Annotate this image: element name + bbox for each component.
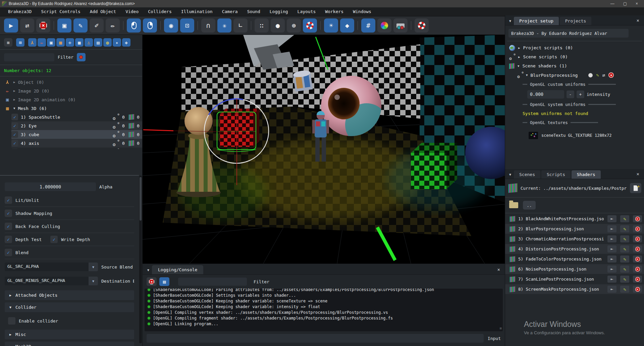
plug-button[interactable]: ✦ xyxy=(113,38,121,47)
intensity-plus-button[interactable]: + xyxy=(577,91,584,98)
back-face-culling-checkbox[interactable]: ✓ xyxy=(5,223,12,230)
tab-logging-console[interactable]: Logging/Console xyxy=(152,265,203,274)
intensity-minus-button[interactable]: - xyxy=(567,91,574,98)
sphere-button[interactable]: ● xyxy=(271,18,285,33)
collapse-icon[interactable]: ▼ xyxy=(506,19,514,25)
menu-brakeza3d[interactable]: Brakeza3D xyxy=(3,7,36,16)
delete-file-button[interactable]: × xyxy=(633,255,642,263)
light-button[interactable]: ◍ xyxy=(103,38,112,47)
tab-scripts[interactable]: Scripts xyxy=(541,170,571,179)
shader-file-row[interactable]: 8) ScreenMaskPostprocessing.json ⇤ ✎ × xyxy=(505,284,644,294)
menu-video[interactable]: Video xyxy=(121,7,143,16)
import-shader-button[interactable]: ⇤ xyxy=(607,215,616,222)
mesh-row-spaceshuttle[interactable]: ✓ 1) SpaceShuttle 0 0 xyxy=(11,113,142,121)
spiral-button[interactable]: ◉ xyxy=(164,18,178,33)
visibility-checkbox[interactable]: ✓ xyxy=(11,114,18,120)
alpha-input[interactable] xyxy=(5,182,96,191)
magnet-button[interactable]: ∩ xyxy=(201,18,215,33)
menu-add-object[interactable]: Add Object xyxy=(85,7,121,16)
delete-file-button[interactable]: × xyxy=(633,286,642,293)
menu-workers[interactable]: Workers xyxy=(320,7,348,16)
reload-shader-icon[interactable]: ⇄ xyxy=(602,72,605,78)
toggle-shader-icon[interactable] xyxy=(588,73,593,77)
sun-button[interactable]: ☀ xyxy=(324,18,338,33)
menu-layouts[interactable]: Layouts xyxy=(293,7,321,16)
import-shader-button[interactable]: ⇤ xyxy=(607,225,616,232)
mouse-right-button[interactable] xyxy=(143,18,157,33)
window-button[interactable]: ▤ xyxy=(94,38,102,47)
delete-file-button[interactable]: × xyxy=(633,235,642,242)
mouse-left-button[interactable] xyxy=(127,18,141,33)
blend-checkbox[interactable]: ✓ xyxy=(5,249,12,256)
menu-logging[interactable]: Logging xyxy=(265,7,293,16)
collider-section[interactable]: ▼ Collider xyxy=(5,302,134,312)
shadow-mapping-checkbox[interactable]: ✓ xyxy=(5,210,12,217)
mesh3d-section[interactable]: ▶ Mesh3D xyxy=(5,342,134,346)
mesh-row-stairs[interactable]: ✓ 5) Stairs 0 0 xyxy=(11,148,142,149)
tab-projects[interactable]: Projects xyxy=(560,17,592,25)
collapse-icon[interactable]: ▼ xyxy=(506,173,514,179)
edit-file-button[interactable]: ✎ xyxy=(620,286,629,293)
duplicate-window-button[interactable]: ▣ xyxy=(57,18,71,33)
collapse-icon[interactable]: ▼ xyxy=(145,268,152,274)
project-name-input[interactable] xyxy=(508,29,629,38)
import-shader-button[interactable]: ⇤ xyxy=(607,276,616,283)
new-shader-button[interactable]: + xyxy=(630,183,641,193)
shader-file-row[interactable]: 2) BlurPostprocessing.json ⇤ ✎ × xyxy=(505,224,644,234)
edit-file-button[interactable]: ✎ xyxy=(620,225,629,232)
misc-section[interactable]: ▶ Misc xyxy=(5,330,134,339)
visibility-checkbox[interactable]: ✓ xyxy=(11,140,18,147)
tree-group-mesh3d[interactable]: ▩ ▼ Mesh 3D (6) xyxy=(0,104,142,113)
cube-button[interactable]: ◆ xyxy=(340,18,354,33)
up-directory-button[interactable]: .. xyxy=(523,201,536,210)
tree-view-button[interactable]: ⊞ xyxy=(16,38,24,47)
delete-file-button[interactable]: × xyxy=(633,245,642,252)
menu-toggle-button[interactable]: ≡ xyxy=(4,38,12,47)
source-blend-select[interactable]: GL_SRC_ALPHA ▼ xyxy=(5,263,98,271)
atom-button[interactable]: ✳ xyxy=(217,18,231,33)
console-filter-input[interactable] xyxy=(178,278,247,286)
edit-file-button[interactable]: ✎ xyxy=(620,235,629,242)
maximize-button[interactable]: ▢ xyxy=(623,1,627,6)
delete-file-button[interactable]: × xyxy=(633,266,642,273)
write-depth-checkbox[interactable]: ✓ xyxy=(50,236,58,243)
console-clear-button[interactable]: × xyxy=(147,277,157,286)
edit-file-button[interactable]: ✎ xyxy=(620,276,629,283)
delete-file-button[interactable]: × xyxy=(633,276,642,283)
menu-illumination[interactable]: Illumination xyxy=(176,7,217,16)
filter-record-button[interactable] xyxy=(77,53,86,61)
move-button[interactable]: ✥ xyxy=(122,38,130,47)
shader-file-row[interactable]: 6) NoisePostprocessing.json ⇤ ✎ × xyxy=(505,264,644,274)
menu-sound[interactable]: Sound xyxy=(243,7,265,16)
objects-filter-input[interactable] xyxy=(4,53,54,61)
console-command-input[interactable] xyxy=(147,334,484,343)
edit-file-button[interactable]: ✎ xyxy=(620,215,629,222)
vector-path-button[interactable]: ⊡ xyxy=(180,18,194,33)
mesh-row-cube[interactable]: ✓ 3) cube 0 0 xyxy=(11,130,142,139)
minimize-button[interactable]: — xyxy=(610,1,614,6)
color-wheel-button[interactable] xyxy=(377,18,391,33)
add-animation-button[interactable]: ▣ xyxy=(47,38,55,47)
shader-blurpostprocessing[interactable]: ▼ BlurPostprocessing ✎ ⇄ × xyxy=(505,70,644,80)
shader-file-row[interactable]: 4) DistorsionPostProcessing.json ⇤ ✎ × xyxy=(505,244,644,254)
shader-file-row[interactable]: 3) ChromaticAberrationPostprocessing. ⇤ … xyxy=(505,234,644,244)
tree-group-image2d[interactable]: ✏ ▶ Image 2D (0) xyxy=(0,86,142,95)
snap-dots-button[interactable]: ∷ xyxy=(255,18,269,33)
menu-colliders[interactable]: Colliders xyxy=(143,7,176,16)
axes-button[interactable]: ∟ xyxy=(233,18,248,33)
dest-blend-select[interactable]: GL_ONE_MINUS_SRC_ALPHA ▼ xyxy=(5,277,98,285)
edit-file-button[interactable]: ✎ xyxy=(620,245,629,252)
depth-test-checkbox[interactable]: ✓ xyxy=(5,236,12,243)
left-panel-scrollbar[interactable] xyxy=(139,176,142,343)
close-button[interactable]: × xyxy=(636,1,638,6)
add-figure-button[interactable]: ♙ xyxy=(85,38,93,47)
add-checker-button[interactable]: ▦ xyxy=(75,38,84,47)
panel-close-icon[interactable]: × xyxy=(637,171,644,179)
mesh-row-eye[interactable]: ✓ 2) Eye 0 0 xyxy=(11,121,142,130)
grid-button[interactable]: # xyxy=(361,18,375,33)
lifering-button[interactable] xyxy=(303,18,317,33)
add-axis-button[interactable]: Y xyxy=(28,38,37,47)
log-output[interactable]: [ShaderBaseCustomOGLCode] Parsing attrib… xyxy=(145,289,503,331)
import-shader-button[interactable]: ⇤ xyxy=(607,255,616,263)
delete-file-button[interactable]: × xyxy=(633,215,642,222)
